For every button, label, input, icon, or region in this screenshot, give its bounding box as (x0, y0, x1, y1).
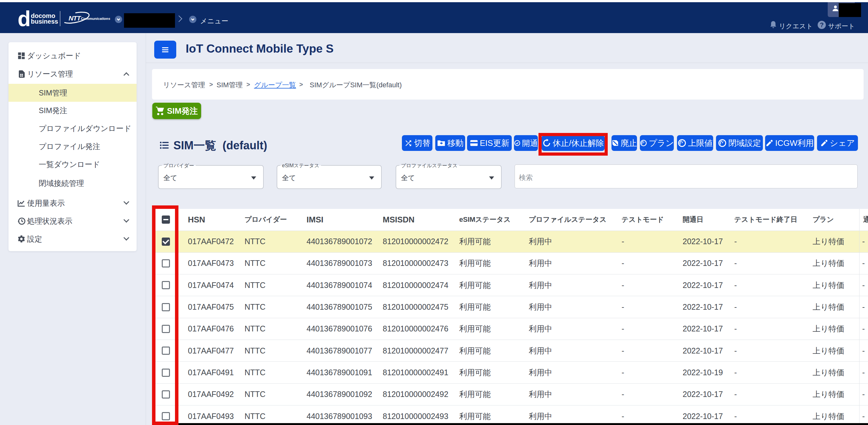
svg-text:Communications: Communications (81, 17, 110, 21)
svg-text:NTT: NTT (69, 15, 82, 22)
